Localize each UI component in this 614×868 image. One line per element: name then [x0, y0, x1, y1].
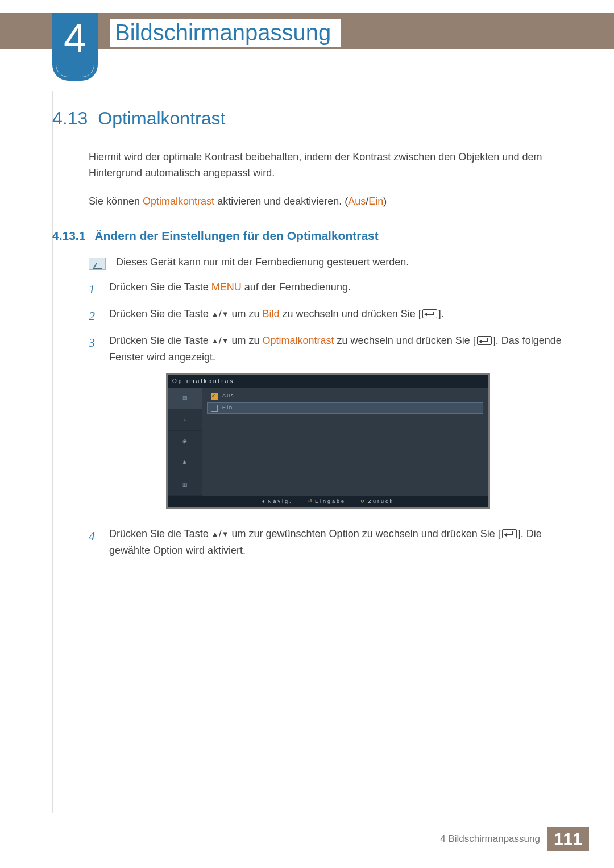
section-heading: 4.13Optimalkontrast [52, 108, 569, 129]
step-number: 1 [89, 279, 100, 299]
intro-paragraph-1: Hiermit wird der optimale Kontrast beibe… [89, 149, 569, 181]
section-number: 4.13 [52, 108, 88, 128]
step-number: 3 [89, 333, 100, 352]
osd-icon-picture: ▧ [168, 388, 202, 409]
osd-title: Optimalkontrast [168, 375, 488, 388]
return-glyph: ↺ [360, 499, 365, 504]
up-triangle-icon: ▲ [211, 335, 219, 347]
highlight-optimalkontrast: Optimalkontrast [263, 335, 334, 346]
osd-icon-multi: ▥ [168, 474, 202, 496]
note-text: Dieses Gerät kann nur mit der Fernbedien… [116, 256, 409, 268]
up-triangle-icon: ▲ [211, 309, 219, 321]
highlight-bild: Bild [263, 308, 280, 319]
osd-footer: ♦ Navig. ⏎ Eingabe ↺ Zurück [168, 496, 488, 507]
enter-icon [477, 336, 492, 345]
subsection-number: 4.13.1 [52, 229, 85, 242]
highlight-aus: Aus [348, 196, 366, 207]
enter-icon [422, 309, 437, 318]
step-number: 2 [89, 306, 100, 326]
subsection-heading: 4.13.1Ändern der Einstellungen für den O… [52, 229, 569, 243]
osd-icon-setup: ✱ [168, 452, 202, 474]
step-number: 4 [89, 526, 100, 546]
nav-glyph: ♦ [262, 499, 265, 504]
down-triangle-icon: ▼ [222, 529, 229, 541]
osd-sidebar: ▧ ♪ ◉ ✱ ▥ [168, 388, 202, 496]
enter-icon [502, 529, 517, 538]
osd-icon-sound: ♪ [168, 409, 202, 431]
highlight-menu: MENU [211, 281, 242, 293]
chapter-flag: 4 [52, 13, 98, 81]
osd-window: Optimalkontrast ▧ ♪ ◉ ✱ ▥ ✓Aus Ein [166, 373, 490, 509]
footer-label: 4 Bildschirmanpassung [440, 833, 540, 845]
steps-list: 1 Drücken Sie die Taste MENU auf der Fer… [89, 279, 569, 559]
page-number: 111 [547, 827, 589, 851]
step-4: 4 Drücken Sie die Taste ▲/▼ um zur gewün… [89, 526, 569, 559]
highlight-ein: Ein [368, 196, 383, 207]
highlight-optimalkontrast: Optimalkontrast [143, 196, 214, 207]
note-icon [89, 258, 106, 270]
page-footer: 4 Bildschirmanpassung 111 [0, 827, 614, 851]
check-icon: ✓ [211, 393, 218, 400]
section-title: Optimalkontrast [98, 108, 225, 128]
osd-main: ✓Aus Ein [202, 388, 488, 496]
subsection-title: Ändern der Einstellungen für den Optimal… [94, 229, 378, 242]
up-triangle-icon: ▲ [211, 529, 219, 541]
down-triangle-icon: ▼ [222, 309, 229, 321]
step-3: 3 Drücken Sie die Taste ▲/▼ um zu Optima… [89, 333, 569, 519]
osd-icon-network: ◉ [168, 431, 202, 452]
page-content: 4.13Optimalkontrast Hiermit wird der opt… [52, 108, 569, 566]
down-triangle-icon: ▼ [222, 335, 229, 347]
step-1: 1 Drücken Sie die Taste MENU auf der Fer… [89, 279, 569, 299]
intro-paragraph-2: Sie können Optimalkontrast aktivieren un… [89, 194, 569, 210]
enter-glyph: ⏎ [308, 499, 312, 504]
osd-option-ein: Ein [208, 403, 483, 413]
box-icon [211, 405, 218, 412]
note-row: Dieses Gerät kann nur mit der Fernbedien… [89, 256, 569, 270]
osd-option-aus: ✓Aus [208, 391, 483, 401]
chapter-title: Bildschirmanpassung [110, 19, 341, 47]
step-2: 2 Drücken Sie die Taste ▲/▼ um zu Bild z… [89, 306, 569, 326]
